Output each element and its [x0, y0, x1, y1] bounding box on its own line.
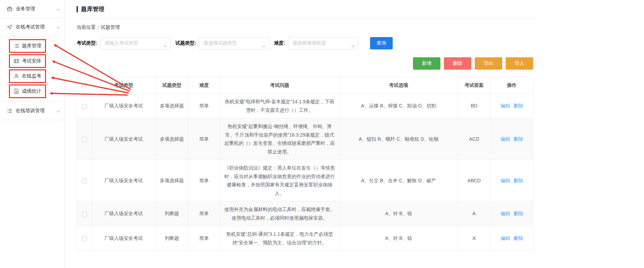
cell-question: 《职业病防治法》规定：用人单位在发生（）等情形时，应当对从事接触职业病危害的作业… — [220, 160, 340, 201]
column-header: 考试选项 — [340, 77, 458, 94]
cell-answer: A — [458, 226, 491, 251]
table-row: 厂级入场安全考试多项选择题简单热机安规“电焊和气焊-基本规定”14.1.9条规定… — [77, 94, 533, 118]
sidebar-divider — [0, 120, 64, 120]
column-header: 考试问题 — [220, 77, 340, 94]
select-all-checkbox[interactable] — [82, 83, 87, 88]
cell-question-type: 多项选择题 — [156, 94, 188, 118]
annotation-box: 成绩统计 — [9, 84, 46, 98]
sidebar-item-question-bank[interactable]: 题库管理 — [9, 39, 64, 53]
cell-question-type: 多项选择题 — [156, 160, 188, 201]
page: 业务管理 在线考试管理 题库管理 — [0, 0, 644, 268]
cell-difficulty: 简单 — [188, 118, 220, 160]
cell-answer: ACD — [458, 118, 491, 160]
sidebar-item-label: 题库管理 — [22, 43, 41, 49]
cell-exam-type: 厂级入场安全考试 — [92, 94, 156, 118]
chevron-down-icon — [57, 108, 60, 114]
column-header: 考试答案 — [458, 77, 491, 94]
title-accent-bar — [77, 6, 78, 12]
document-icon — [14, 89, 19, 94]
cell-options: A、链扣 B、螺杆 C、蜗母轮 D、轮轴 — [340, 118, 458, 160]
id-card-icon — [14, 58, 19, 64]
cell-question: 热机安规“电焊和气焊-基本规定”14.1.9条规定，下雨雪时，不宜露天进行（）工… — [220, 94, 340, 118]
row-checkbox[interactable] — [82, 137, 87, 142]
row-checkbox[interactable] — [82, 212, 87, 217]
cell-question-type: 判断题 — [156, 226, 188, 251]
table-row: 厂级入场安全考试判断题简单使用外壳为金属材料的电动工具时，应戴绝缘手套。使用电动… — [77, 201, 533, 226]
chevron-up-icon — [57, 24, 60, 30]
delete-link[interactable]: 删除 — [514, 103, 523, 108]
sidebar-item-label: 在线考试管理 — [16, 24, 57, 30]
annotation-box: 考试安排 — [9, 54, 46, 68]
title-divider — [77, 18, 537, 18]
delete-link[interactable]: 删除 — [514, 178, 523, 183]
cell-options: A、分立 B、合并 C、解散 D、破产 — [340, 160, 458, 201]
difficulty-label: 难度: — [274, 40, 285, 46]
column-header: 操作 — [491, 77, 533, 94]
main-content: 题库管理 当前位置：试题管理 考试类型: 请输入考试类型 试题类型: 请选择试题… — [65, 0, 644, 268]
delete-link[interactable]: 删除 — [514, 211, 523, 216]
edit-link[interactable]: 编辑 — [501, 103, 510, 108]
sidebar-item-online-exam-management[interactable]: 在线考试管理 — [0, 18, 64, 36]
import-button[interactable]: 导入 — [506, 57, 533, 70]
sidebar-item-label: 考试安排 — [22, 58, 41, 64]
edit-link[interactable]: 编辑 — [501, 235, 510, 241]
cell-difficulty: 简单 — [188, 226, 220, 251]
sidebar-item-label: 业务管理 — [16, 6, 57, 12]
cell-answer: BD — [458, 94, 491, 118]
row-checkbox[interactable] — [82, 104, 87, 109]
header-checkbox-cell — [77, 77, 92, 94]
cell-question: 热机安规“总则-通则”3.1.1条规定，电力生产必须坚持“安全第一、预防为主、综… — [220, 226, 340, 251]
cell-difficulty: 简单 — [188, 160, 220, 201]
edit-link[interactable]: 编辑 — [501, 136, 510, 142]
edit-link[interactable]: 编辑 — [501, 178, 510, 183]
cell-exam-type: 厂级入场安全考试 — [92, 118, 156, 160]
table-header-row: 考试类型 试题类型 难度 考试问题 考试选项 考试答案 操作 — [77, 77, 533, 94]
question-table: 考试类型 试题类型 难度 考试问题 考试选项 考试答案 操作 厂级入场安全考试多… — [77, 77, 533, 251]
cell-question: 使用外壳为金属材料的电动工具时，应戴绝缘手套。使用电动工具时，必须同时使用漏电保… — [220, 201, 340, 226]
cell-exam-type: 厂级入场安全考试 — [92, 201, 156, 226]
cell-options: A、运煤 B、焊接 C、卸油 D、切割 — [340, 94, 458, 118]
user-icon — [14, 73, 19, 79]
cell-options: A、对 B、错 — [340, 226, 458, 251]
list-icon — [7, 108, 12, 114]
row-checkbox[interactable] — [82, 178, 87, 183]
sidebar-item-label: 在线培训管理 — [16, 108, 57, 114]
chevron-down-icon — [262, 43, 265, 49]
sidebar-item-exam-schedule[interactable]: 考试安排 — [9, 54, 64, 68]
export-button[interactable]: 导出 — [475, 57, 502, 70]
add-button[interactable]: 新增 — [413, 57, 440, 70]
cell-question-type: 多项选择题 — [156, 118, 188, 160]
list-icon — [14, 43, 19, 49]
exam-type-select[interactable]: 请输入考试类型 — [100, 37, 171, 49]
sidebar-item-online-training-management[interactable]: 在线培训管理 — [0, 102, 64, 120]
sidebar-item-business-management[interactable]: 业务管理 — [0, 0, 64, 18]
cell-exam-type: 厂级入场安全考试 — [92, 160, 156, 201]
table-row: 厂级入场安全考试判断题简单热机安规“总则-通则”3.1.1条规定，电力生产必须坚… — [77, 226, 533, 251]
table-row: 厂级入场安全考试多项选择题简单《职业病防治法》规定：用人单位在发生（）等情形时，… — [77, 160, 533, 201]
column-header: 试题类型 — [156, 77, 188, 94]
sidebar-item-online-proctoring[interactable]: 在线监考 — [9, 69, 64, 83]
delete-link[interactable]: 删除 — [514, 136, 523, 142]
question-type-select[interactable]: 请选择试题类型 — [199, 37, 269, 49]
cell-difficulty: 简单 — [188, 94, 220, 118]
filter-bar: 考试类型: 请输入考试类型 试题类型: 请选择试题类型 难度: 请选择难易 — [77, 37, 533, 49]
column-header: 难度 — [188, 77, 220, 94]
cell-answer: A — [458, 201, 491, 226]
breadcrumb: 当前位置：试题管理 — [77, 24, 533, 31]
chevron-down-icon — [163, 43, 167, 49]
row-checkbox[interactable] — [82, 236, 87, 241]
sidebar-submenu: 题库管理 考试安排 在线监考 — [0, 36, 64, 102]
briefcase-icon — [7, 6, 12, 12]
delete-button[interactable]: 删除 — [444, 57, 471, 70]
cell-question: 热机安规“起重和搬运-钢丝绳、纤维绳、吊钩、滑车、千斤顶和手拉葫芦的使用”16.… — [220, 118, 340, 160]
sidebar-item-score-statistics[interactable]: 成绩统计 — [9, 84, 64, 98]
exam-type-label: 考试类型: — [77, 40, 97, 46]
question-type-label: 试题类型: — [175, 40, 196, 46]
edit-link[interactable]: 编辑 — [501, 211, 510, 216]
annotation-box: 题库管理 — [9, 39, 46, 53]
table-body: 厂级入场安全考试多项选择题简单热机安规“电焊和气焊-基本规定”14.1.9条规定… — [77, 94, 533, 251]
search-button[interactable]: 查询 — [370, 37, 393, 49]
sidebar-item-label: 在线监考 — [22, 73, 41, 79]
difficulty-select[interactable]: 请选择难易程度 — [288, 37, 358, 49]
delete-link[interactable]: 删除 — [514, 235, 523, 241]
